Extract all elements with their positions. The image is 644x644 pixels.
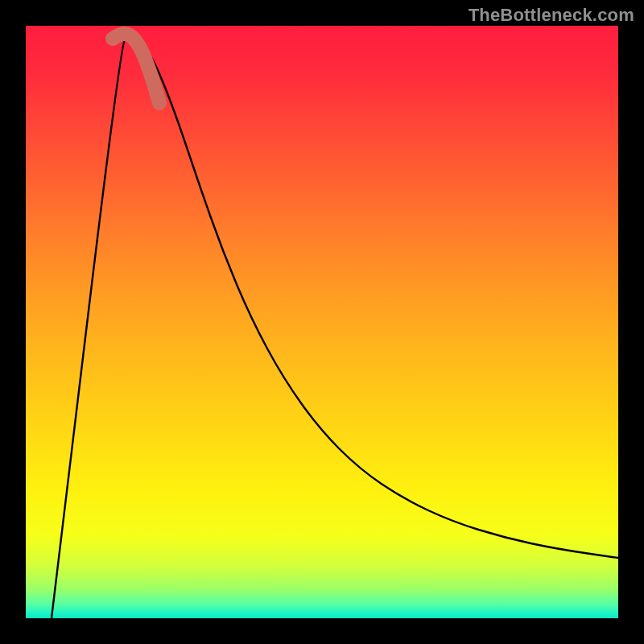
bottleneck-curve <box>52 37 618 618</box>
chart-svg <box>26 26 618 618</box>
watermark-text: TheBottleneck.com <box>469 5 634 26</box>
outer-frame: TheBottleneck.com <box>0 0 644 644</box>
plot-area <box>26 26 618 618</box>
